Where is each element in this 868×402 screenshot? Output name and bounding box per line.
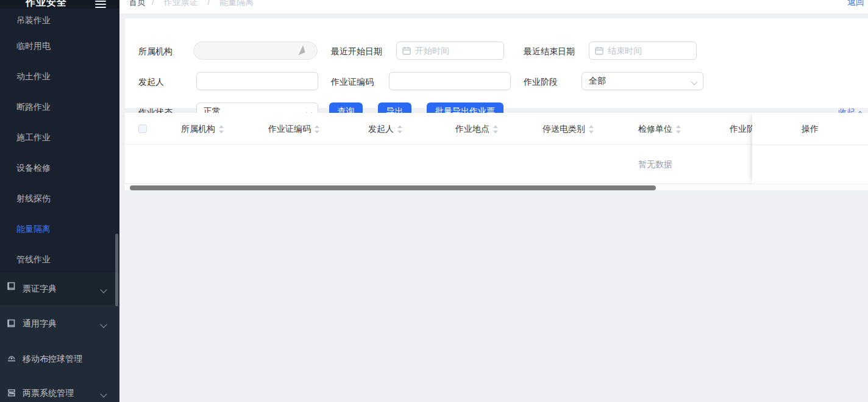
- book-icon: [6, 318, 17, 329]
- initiator-input[interactable]: [196, 72, 318, 90]
- horizontal-scrollbar-track[interactable]: [125, 184, 868, 190]
- breadcrumb-work-tickets[interactable]: 作业票证: [164, 0, 198, 7]
- sidebar-item-earthwork[interactable]: 动土作业: [0, 64, 119, 88]
- work-ticket-table: 所属机构 作业证编码 发起人 作业地点 停送电类别 检修单位 作业阶段 暂无数据…: [125, 113, 868, 190]
- sort-icon[interactable]: [589, 124, 594, 134]
- stage-select-value: 全部: [589, 76, 606, 87]
- books-icon: [6, 387, 17, 398]
- sidebar-item-construction[interactable]: 施工作业: [0, 125, 119, 149]
- sidebar-group-label: 移动布控球管理: [23, 354, 82, 365]
- column-header-power-type: 停送电类别: [522, 113, 614, 145]
- chevron-down-icon: [691, 78, 697, 85]
- menu-toggle-icon[interactable]: [95, 0, 106, 7]
- end-date-picker[interactable]: [589, 41, 697, 60]
- start-date-label: 最近开始日期: [331, 46, 382, 57]
- breadcrumb-bar: 首页 / 作业票证 / 能量隔离 返回: [119, 0, 868, 13]
- breadcrumb: 首页 / 作业票证 / 能量隔离: [129, 0, 257, 8]
- dome-camera-icon: [6, 353, 17, 364]
- sort-icon[interactable]: [219, 124, 224, 134]
- column-header-location: 作业地点: [431, 113, 522, 145]
- sidebar-group-ticket-dictionary[interactable]: 票证字典: [0, 273, 119, 306]
- sidebar-item-pipeline-work[interactable]: 管线作业: [0, 247, 119, 271]
- end-date-input[interactable]: [608, 42, 693, 59]
- start-date-picker[interactable]: [396, 41, 504, 60]
- breadcrumb-separator: /: [152, 0, 154, 7]
- sort-icon[interactable]: [315, 124, 319, 134]
- column-header-actions: 操作: [752, 113, 868, 145]
- sort-icon[interactable]: [676, 124, 681, 134]
- ticket-code-label: 作业证编码: [331, 77, 374, 88]
- sidebar-item-temporary-power[interactable]: 临时用电: [0, 34, 119, 58]
- sidebar-item-hoisting-work[interactable]: 吊装作业: [0, 8, 119, 32]
- sidebar-submenu: 吊装作业 临时用电 动土作业 断路作业 施工作业 设备检修 射线探伤 能量隔离 …: [0, 9, 119, 273]
- sidebar-group-label: 两票系统管理: [23, 388, 74, 399]
- column-header-ticket-code: 作业证编码: [248, 113, 340, 145]
- sort-icon[interactable]: [493, 124, 498, 134]
- chevron-down-icon: [100, 390, 107, 397]
- horizontal-scrollbar-thumb[interactable]: [130, 185, 656, 190]
- sidebar-item-energy-isolation[interactable]: 能量隔离: [0, 217, 119, 241]
- calendar-icon: [402, 46, 411, 55]
- breadcrumb-separator: /: [208, 0, 210, 7]
- filter-panel: 所属机构 最近开始日期 最近结束日期 发起人 作业证编码: [125, 18, 868, 108]
- sidebar-item-circuit-breaking[interactable]: 断路作业: [0, 95, 119, 119]
- sidebar-item-radiographic-testing[interactable]: 射线探伤: [0, 186, 119, 210]
- sidebar-item-equipment-overhaul[interactable]: 设备检修: [0, 156, 119, 180]
- fixed-action-column: 操作: [752, 113, 868, 184]
- sidebar-header: 作业安全: [0, 0, 119, 9]
- select-caret-icon: [299, 45, 308, 57]
- sidebar-group-two-ticket-system[interactable]: 两票系统管理: [0, 379, 119, 402]
- sidebar-group-general-dictionary[interactable]: 通用字典: [0, 310, 119, 339]
- chevron-down-icon: [100, 321, 107, 328]
- select-all-checkbox[interactable]: [138, 124, 147, 133]
- sidebar: 吊装作业 临时用电 动土作业 断路作业 施工作业 设备检修 射线探伤 能量隔离 …: [0, 0, 119, 402]
- breadcrumb-energy-isolation: 能量隔离: [219, 0, 254, 7]
- org-label: 所属机构: [138, 46, 173, 57]
- breadcrumb-home[interactable]: 首页: [129, 0, 146, 7]
- column-header-org: 所属机构: [157, 113, 248, 145]
- back-button[interactable]: 返回: [847, 0, 864, 8]
- stage-label: 作业阶段: [524, 77, 558, 88]
- stage-select[interactable]: 全部: [582, 72, 703, 90]
- column-header-overhaul-unit: 检修单位: [614, 113, 705, 145]
- column-header-initiator: 发起人: [340, 113, 431, 145]
- sidebar-group-label: 票证字典: [23, 284, 57, 295]
- sidebar-item-mobile-camera-management[interactable]: 移动布控球管理: [0, 345, 119, 375]
- sidebar-title: 作业安全: [26, 0, 67, 9]
- sort-icon[interactable]: [397, 124, 402, 134]
- sidebar-group-label: 通用字典: [23, 318, 57, 329]
- org-select[interactable]: [193, 41, 318, 60]
- start-date-input[interactable]: [415, 42, 500, 59]
- main-content: 首页 / 作业票证 / 能量隔离 返回 所属机构 最近开始日期 最近结束日期: [119, 0, 868, 402]
- end-date-label: 最近结束日期: [524, 46, 575, 57]
- initiator-label: 发起人: [138, 77, 164, 88]
- chevron-down-icon: [100, 286, 107, 293]
- book-icon: [6, 281, 17, 292]
- sidebar-scrollbar[interactable]: [115, 234, 118, 306]
- ticket-code-input[interactable]: [389, 72, 511, 90]
- calendar-icon: [595, 46, 603, 55]
